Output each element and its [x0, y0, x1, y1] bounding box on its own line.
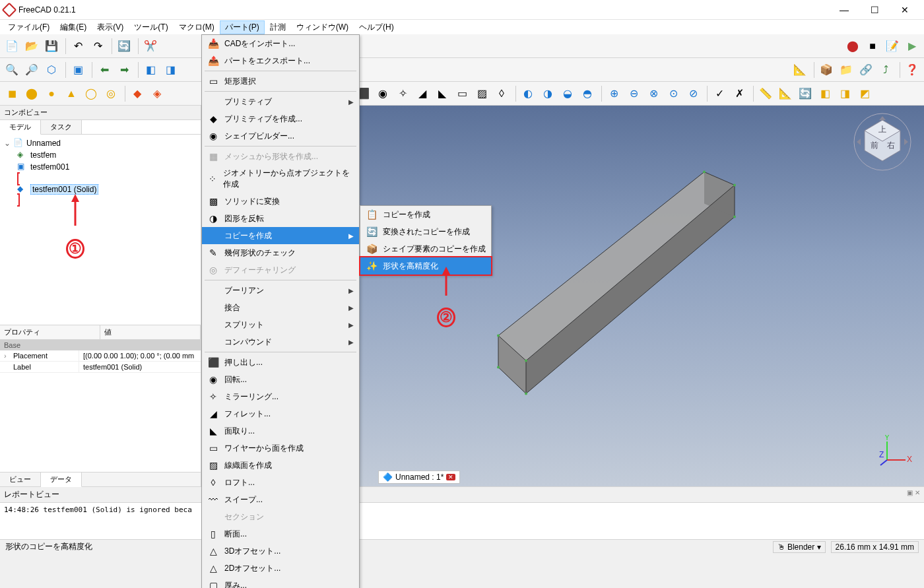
menu-item[interactable]: ⬛押し出し...: [202, 354, 359, 371]
tab-data[interactable]: データ: [41, 473, 82, 487]
menu-view[interactable]: 表示(V): [92, 20, 129, 34]
tree-item-testfem[interactable]: ◈ testfem: [4, 149, 197, 161]
loft-button[interactable]: ◊: [492, 84, 511, 103]
fit-selection-button[interactable]: 🔎: [22, 61, 41, 79]
menu-item[interactable]: ◣面取り...: [202, 422, 359, 440]
tab-task[interactable]: タスク: [41, 120, 82, 134]
stop-icon[interactable]: ■: [863, 37, 882, 55]
menu-item[interactable]: ◊ロフト...: [202, 474, 359, 491]
fit-all-button[interactable]: 🔍: [3, 61, 21, 79]
menu-measure[interactable]: 計測: [265, 20, 291, 34]
menu-item[interactable]: ◢フィレット...: [202, 405, 359, 422]
menu-item[interactable]: ▩ソリッドに変換: [202, 193, 359, 210]
tree-item-testfem001-solid[interactable]: ◆ testfem001 (Solid): [17, 183, 197, 195]
m6-button[interactable]: ◩: [855, 84, 874, 103]
tab-model[interactable]: モデル: [0, 120, 41, 135]
menu-item[interactable]: 接合▶: [202, 299, 359, 316]
menu-item[interactable]: ◑図形を反転: [202, 210, 359, 227]
cube-button[interactable]: ◼: [3, 84, 21, 103]
menu-item[interactable]: ⁘ジオメトリーから点オブジェクトを作成: [202, 165, 359, 193]
menu-item[interactable]: ▭ワイヤーから面を作成: [202, 440, 359, 457]
menu-file[interactable]: ファイル(F): [3, 20, 55, 34]
menu-item[interactable]: 📥CADをインポート...: [202, 35, 359, 52]
tree-root[interactable]: ⌄ 📄 Unnamed: [4, 137, 197, 149]
iso-view-button[interactable]: ⬡: [42, 61, 61, 79]
tube-button[interactable]: ◎: [102, 84, 120, 103]
m2-button[interactable]: 📐: [776, 84, 795, 103]
menu-item[interactable]: ▢厚み...: [202, 577, 359, 588]
join5-button[interactable]: ⊘: [684, 84, 702, 103]
bool4-button[interactable]: ◓: [578, 84, 597, 103]
open-file-button[interactable]: 📂: [22, 37, 41, 55]
redo-button[interactable]: ↷: [88, 37, 107, 55]
whatsthis-button[interactable]: ❓: [903, 61, 921, 79]
menu-item[interactable]: △3Dオフセット...: [202, 542, 359, 560]
menu-item[interactable]: ブーリアン▶: [202, 282, 359, 299]
link-button[interactable]: 🔗: [857, 61, 875, 79]
bool1-button[interactable]: ◐: [519, 84, 537, 103]
macros-button[interactable]: 📝: [883, 37, 902, 55]
fillet-button[interactable]: ◢: [413, 84, 432, 103]
submenu-item[interactable]: ✨形状を高精度化: [360, 257, 491, 275]
maximize-button[interactable]: ☐: [859, 0, 890, 20]
menu-item[interactable]: コンパウンド▶: [202, 333, 359, 350]
menu-edit[interactable]: 編集(E): [55, 20, 92, 34]
menu-item[interactable]: コピーを作成▶: [202, 227, 359, 244]
menu-item[interactable]: △2Dオフセット...: [202, 560, 359, 577]
close-button[interactable]: ✕: [890, 0, 920, 20]
check-button[interactable]: ✓: [710, 84, 729, 103]
mirror-button[interactable]: ✧: [393, 84, 412, 103]
cylinder-button[interactable]: ⬤: [22, 84, 41, 103]
defeature-button[interactable]: ✗: [730, 84, 748, 103]
menu-item[interactable]: 📤パートをエクスポート...: [202, 52, 359, 69]
record-icon[interactable]: ⬤: [843, 37, 862, 55]
face-button[interactable]: ▭: [453, 84, 471, 103]
builder-button[interactable]: ◈: [148, 84, 166, 103]
undo-button[interactable]: ↶: [69, 37, 87, 55]
menu-help[interactable]: ヘルプ(H): [354, 20, 399, 34]
join4-button[interactable]: ⊙: [664, 84, 682, 103]
prop-row-label[interactable]: Label testfem001 (Solid): [0, 362, 201, 373]
menu-item[interactable]: ✧ミラーリング...: [202, 388, 359, 405]
document-tab[interactable]: 🔷 Unnamed : 1* ✕: [378, 471, 460, 484]
play-button[interactable]: ▶: [903, 37, 921, 55]
prim-button[interactable]: ◆: [128, 84, 147, 103]
model-tree[interactable]: ⌄ 📄 Unnamed ◈ testfem ▣ testfem001 ◆ tes…: [0, 135, 201, 325]
nav-right-button[interactable]: ➡: [115, 61, 133, 79]
part-button[interactable]: 📦: [817, 61, 836, 79]
menu-macro[interactable]: マクロ(M): [174, 20, 220, 34]
group-button[interactable]: 📁: [837, 61, 855, 79]
tab-view[interactable]: ビュー: [0, 473, 41, 486]
chamfer-button[interactable]: ◣: [433, 84, 451, 103]
report-dock-icon[interactable]: ▣ ✕: [907, 489, 920, 500]
menu-part[interactable]: パート(P): [220, 20, 265, 34]
menu-item[interactable]: スプリット▶: [202, 316, 359, 333]
menu-item[interactable]: ◉シェイプビルダー...: [202, 127, 359, 145]
cone-button[interactable]: ▲: [62, 84, 81, 103]
nav-style-selector[interactable]: 🖱 Blender ▾: [773, 541, 826, 553]
measure-button[interactable]: 📐: [791, 61, 809, 79]
menu-item[interactable]: ▨線織面を作成: [202, 457, 359, 474]
menu-item[interactable]: ◆プリミティブを作成...: [202, 110, 359, 127]
cut-button[interactable]: ✂️: [141, 37, 160, 55]
menu-item[interactable]: ◉回転...: [202, 371, 359, 388]
link2-button[interactable]: ⤴: [876, 61, 895, 79]
front-view-button[interactable]: ▣: [69, 61, 87, 79]
join2-button[interactable]: ⊖: [624, 84, 643, 103]
submenu-item[interactable]: 📋コピーを作成: [360, 206, 491, 223]
view-cube2-button[interactable]: ◨: [161, 61, 180, 79]
revolve-button[interactable]: ◉: [374, 84, 392, 103]
join1-button[interactable]: ⊕: [605, 84, 623, 103]
torus-button[interactable]: ◯: [82, 84, 100, 103]
submenu-item[interactable]: 🔄変換されたコピーを作成: [360, 223, 491, 240]
menu-item[interactable]: プリミティブ▶: [202, 93, 359, 110]
view-cube-button[interactable]: ◧: [141, 61, 160, 79]
submenu-item[interactable]: 📦シェイプ要素のコピーを作成: [360, 240, 491, 257]
prop-row-placement[interactable]: › Placement [(0.00 0.00 1.00); 0.00 °; (…: [0, 350, 201, 362]
menu-item[interactable]: ▭矩形選択: [202, 73, 359, 90]
m5-button[interactable]: ◨: [836, 84, 854, 103]
save-file-button[interactable]: 💾: [42, 37, 61, 55]
new-file-button[interactable]: 📄: [3, 37, 21, 55]
sphere-button[interactable]: ●: [42, 84, 61, 103]
tree-item-testfem001[interactable]: ▣ testfem001: [4, 161, 197, 173]
